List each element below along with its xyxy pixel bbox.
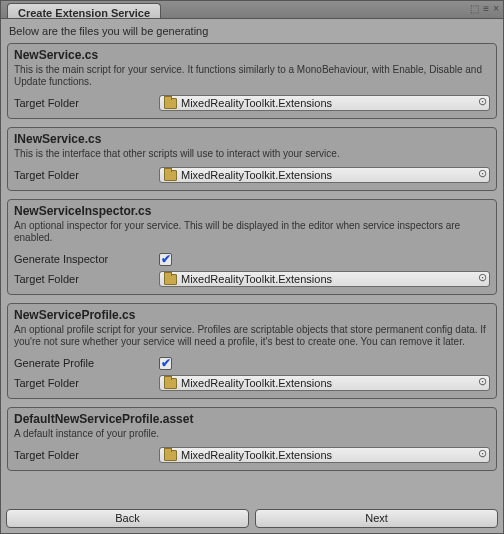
folder-icon bbox=[164, 378, 177, 389]
target-folder-label: Target Folder bbox=[14, 97, 159, 109]
back-button[interactable]: Back bbox=[6, 509, 249, 528]
object-picker-icon[interactable]: ⊙ bbox=[475, 447, 489, 460]
target-folder-value: MixedRealityToolkit.Extensions bbox=[181, 273, 475, 285]
generate-inspector-label: Generate Inspector bbox=[14, 253, 159, 265]
section-desc: An optional profile script for your serv… bbox=[14, 324, 490, 352]
object-picker-icon[interactable]: ⊙ bbox=[475, 95, 489, 108]
generate-profile-checkbox[interactable]: ✔ bbox=[159, 357, 172, 370]
target-folder-value: MixedRealityToolkit.Extensions bbox=[181, 449, 475, 461]
target-folder-row: Target Folder MixedRealityToolkit.Extens… bbox=[14, 446, 490, 464]
target-folder-field[interactable]: MixedRealityToolkit.Extensions ⊙ bbox=[159, 271, 490, 287]
target-folder-row: Target Folder MixedRealityToolkit.Extens… bbox=[14, 94, 490, 112]
folder-icon bbox=[164, 274, 177, 285]
target-folder-row: Target Folder MixedRealityToolkit.Extens… bbox=[14, 374, 490, 392]
window-tab[interactable]: Create Extension Service bbox=[7, 3, 161, 18]
object-picker-icon[interactable]: ⊙ bbox=[475, 271, 489, 284]
section-desc: This is the main script for your service… bbox=[14, 64, 490, 92]
folder-icon bbox=[164, 170, 177, 181]
target-folder-field[interactable]: MixedRealityToolkit.Extensions ⊙ bbox=[159, 95, 490, 111]
window-controls: ⬚ ≡ × bbox=[470, 3, 499, 14]
target-folder-value: MixedRealityToolkit.Extensions bbox=[181, 169, 475, 181]
menu-icon[interactable]: ≡ bbox=[483, 3, 489, 14]
footer: Back Next bbox=[6, 509, 498, 528]
target-folder-row: Target Folder MixedRealityToolkit.Extens… bbox=[14, 166, 490, 184]
lock-icon[interactable]: ⬚ bbox=[470, 3, 479, 14]
target-folder-value: MixedRealityToolkit.Extensions bbox=[181, 377, 475, 389]
file-section-default-profile: DefaultNewServiceProfile.asset A default… bbox=[7, 407, 497, 471]
section-title: DefaultNewServiceProfile.asset bbox=[14, 412, 490, 428]
section-desc: An optional inspector for your service. … bbox=[14, 220, 490, 248]
generate-inspector-checkbox[interactable]: ✔ bbox=[159, 253, 172, 266]
titlebar: Create Extension Service ⬚ ≡ × bbox=[1, 1, 503, 19]
file-section-profile: NewServiceProfile.cs An optional profile… bbox=[7, 303, 497, 399]
target-folder-field[interactable]: MixedRealityToolkit.Extensions ⊙ bbox=[159, 167, 490, 183]
generate-profile-row: Generate Profile ✔ bbox=[14, 354, 490, 372]
folder-icon bbox=[164, 98, 177, 109]
intro-text: Below are the files you will be generati… bbox=[1, 19, 503, 43]
target-folder-label: Target Folder bbox=[14, 169, 159, 181]
target-folder-row: Target Folder MixedRealityToolkit.Extens… bbox=[14, 270, 490, 288]
section-desc: A default instance of your profile. bbox=[14, 428, 490, 444]
target-folder-label: Target Folder bbox=[14, 273, 159, 285]
close-icon[interactable]: × bbox=[493, 3, 499, 14]
target-folder-label: Target Folder bbox=[14, 449, 159, 461]
section-title: NewServiceProfile.cs bbox=[14, 308, 490, 324]
file-section-newservice: NewService.cs This is the main script fo… bbox=[7, 43, 497, 119]
target-folder-label: Target Folder bbox=[14, 377, 159, 389]
file-section-inspector: NewServiceInspector.cs An optional inspe… bbox=[7, 199, 497, 295]
generate-inspector-row: Generate Inspector ✔ bbox=[14, 250, 490, 268]
target-folder-value: MixedRealityToolkit.Extensions bbox=[181, 97, 475, 109]
section-title: INewService.cs bbox=[14, 132, 490, 148]
next-button[interactable]: Next bbox=[255, 509, 498, 528]
section-title: NewServiceInspector.cs bbox=[14, 204, 490, 220]
object-picker-icon[interactable]: ⊙ bbox=[475, 375, 489, 388]
object-picker-icon[interactable]: ⊙ bbox=[475, 167, 489, 180]
generate-profile-label: Generate Profile bbox=[14, 357, 159, 369]
section-desc: This is the interface that other scripts… bbox=[14, 148, 490, 164]
file-section-inewservice: INewService.cs This is the interface tha… bbox=[7, 127, 497, 191]
target-folder-field[interactable]: MixedRealityToolkit.Extensions ⊙ bbox=[159, 375, 490, 391]
section-title: NewService.cs bbox=[14, 48, 490, 64]
folder-icon bbox=[164, 450, 177, 461]
target-folder-field[interactable]: MixedRealityToolkit.Extensions ⊙ bbox=[159, 447, 490, 463]
